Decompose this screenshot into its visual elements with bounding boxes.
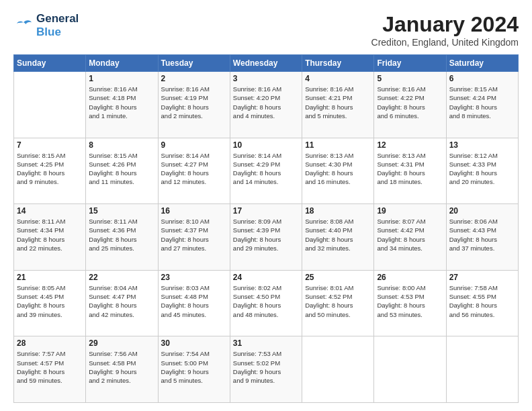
calendar-cell [14,72,86,138]
day-info: Sunrise: 8:07 AM Sunset: 4:42 PM Dayligh… [377,217,443,253]
calendar-cell: 20Sunrise: 8:06 AM Sunset: 4:43 PM Dayli… [446,204,518,271]
calendar-cell: 28Sunrise: 7:57 AM Sunset: 4:57 PM Dayli… [14,336,86,403]
day-number: 4 [305,74,371,83]
day-info: Sunrise: 8:15 AM Sunset: 4:25 PM Dayligh… [17,151,83,187]
day-info: Sunrise: 8:14 AM Sunset: 4:29 PM Dayligh… [233,151,299,187]
calendar-header-saturday: Saturday [446,55,518,72]
day-number: 8 [89,140,154,150]
calendar-cell: 2Sunrise: 8:16 AM Sunset: 4:19 PM Daylig… [158,72,230,138]
day-info: Sunrise: 8:16 AM Sunset: 4:20 PM Dayligh… [233,85,299,120]
day-number: 13 [449,140,515,150]
day-info: Sunrise: 8:03 AM Sunset: 4:48 PM Dayligh… [161,283,227,319]
subtitle: Crediton, England, United Kingdom [371,37,519,48]
day-number: 2 [161,74,227,83]
calendar-week-2: 7Sunrise: 8:15 AM Sunset: 4:25 PM Daylig… [14,138,519,204]
calendar-cell [374,336,446,403]
day-info: Sunrise: 7:57 AM Sunset: 4:57 PM Dayligh… [17,349,83,385]
calendar-cell: 25Sunrise: 8:01 AM Sunset: 4:52 PM Dayli… [302,270,374,336]
calendar-cell: 29Sunrise: 7:56 AM Sunset: 4:58 PM Dayli… [86,336,158,403]
calendar-cell: 16Sunrise: 8:10 AM Sunset: 4:37 PM Dayli… [158,204,230,271]
calendar-cell: 15Sunrise: 8:11 AM Sunset: 4:36 PM Dayli… [86,204,158,271]
calendar-cell: 5Sunrise: 8:16 AM Sunset: 4:22 PM Daylig… [374,72,446,138]
calendar-cell: 30Sunrise: 7:54 AM Sunset: 5:00 PM Dayli… [158,336,230,403]
day-number: 12 [377,140,443,150]
day-info: Sunrise: 8:05 AM Sunset: 4:45 PM Dayligh… [17,283,83,319]
day-info: Sunrise: 8:04 AM Sunset: 4:47 PM Dayligh… [89,283,154,319]
calendar-header-tuesday: Tuesday [158,55,230,72]
day-number: 1 [89,74,154,83]
page: General Blue January 2024 Crediton, Engl… [0,0,532,411]
calendar-header-sunday: Sunday [14,55,86,72]
calendar-cell: 27Sunrise: 7:58 AM Sunset: 4:55 PM Dayli… [446,270,518,336]
calendar-cell [446,336,518,403]
calendar-cell: 26Sunrise: 8:00 AM Sunset: 4:53 PM Dayli… [374,270,446,336]
day-info: Sunrise: 8:13 AM Sunset: 4:31 PM Dayligh… [377,151,443,187]
calendar-cell: 17Sunrise: 8:09 AM Sunset: 4:39 PM Dayli… [230,204,302,271]
day-number: 20 [449,206,515,216]
day-number: 19 [377,206,443,216]
day-info: Sunrise: 7:53 AM Sunset: 5:02 PM Dayligh… [233,349,299,385]
calendar-header-thursday: Thursday [302,55,374,72]
day-number: 14 [17,206,83,216]
calendar-week-4: 21Sunrise: 8:05 AM Sunset: 4:45 PM Dayli… [14,270,519,336]
logo-icon [13,19,34,32]
calendar-header-friday: Friday [374,55,446,72]
day-info: Sunrise: 8:15 AM Sunset: 4:24 PM Dayligh… [449,85,515,120]
day-info: Sunrise: 8:16 AM Sunset: 4:18 PM Dayligh… [89,85,154,120]
calendar-cell: 4Sunrise: 8:16 AM Sunset: 4:21 PM Daylig… [302,72,374,138]
calendar-cell: 21Sunrise: 8:05 AM Sunset: 4:45 PM Dayli… [14,270,86,336]
day-info: Sunrise: 7:58 AM Sunset: 4:55 PM Dayligh… [449,283,515,319]
calendar-table: SundayMondayTuesdayWednesdayThursdayFrid… [13,54,519,403]
calendar-cell: 31Sunrise: 7:53 AM Sunset: 5:02 PM Dayli… [230,336,302,403]
day-number: 3 [233,74,299,83]
day-info: Sunrise: 8:06 AM Sunset: 4:43 PM Dayligh… [449,217,515,253]
day-number: 9 [161,140,227,150]
calendar-cell: 11Sunrise: 8:13 AM Sunset: 4:30 PM Dayli… [302,138,374,204]
calendar-header-wednesday: Wednesday [230,55,302,72]
day-info: Sunrise: 7:54 AM Sunset: 5:00 PM Dayligh… [161,349,227,385]
day-info: Sunrise: 8:13 AM Sunset: 4:30 PM Dayligh… [305,151,371,187]
day-number: 21 [17,273,83,282]
day-number: 29 [89,338,154,348]
main-title: January 2024 [371,12,519,37]
day-info: Sunrise: 8:16 AM Sunset: 4:21 PM Dayligh… [305,85,371,120]
calendar-cell: 24Sunrise: 8:02 AM Sunset: 4:50 PM Dayli… [230,270,302,336]
day-number: 18 [305,206,371,216]
day-number: 7 [17,140,83,150]
calendar-cell: 18Sunrise: 8:08 AM Sunset: 4:40 PM Dayli… [302,204,374,271]
day-number: 22 [89,273,154,282]
day-number: 25 [305,273,371,282]
calendar-week-1: 1Sunrise: 8:16 AM Sunset: 4:18 PM Daylig… [14,72,519,138]
calendar-cell: 19Sunrise: 8:07 AM Sunset: 4:42 PM Dayli… [374,204,446,271]
calendar-header-monday: Monday [86,55,158,72]
calendar-cell: 8Sunrise: 8:15 AM Sunset: 4:26 PM Daylig… [86,138,158,204]
day-number: 31 [233,338,299,348]
day-info: Sunrise: 8:15 AM Sunset: 4:26 PM Dayligh… [89,151,154,187]
day-info: Sunrise: 8:01 AM Sunset: 4:52 PM Dayligh… [305,283,371,319]
day-info: Sunrise: 8:14 AM Sunset: 4:27 PM Dayligh… [161,151,227,187]
day-info: Sunrise: 7:56 AM Sunset: 4:58 PM Dayligh… [89,349,154,385]
day-info: Sunrise: 8:10 AM Sunset: 4:37 PM Dayligh… [161,217,227,253]
day-info: Sunrise: 8:11 AM Sunset: 4:36 PM Dayligh… [89,217,154,253]
calendar-cell: 10Sunrise: 8:14 AM Sunset: 4:29 PM Dayli… [230,138,302,204]
day-number: 30 [161,338,227,348]
calendar-cell: 14Sunrise: 8:11 AM Sunset: 4:34 PM Dayli… [14,204,86,271]
day-number: 11 [305,140,371,150]
day-info: Sunrise: 8:08 AM Sunset: 4:40 PM Dayligh… [305,217,371,253]
logo-text: General Blue [36,12,79,39]
day-number: 16 [161,206,227,216]
day-number: 17 [233,206,299,216]
header: General Blue January 2024 Crediton, Engl… [13,12,519,48]
calendar-week-3: 14Sunrise: 8:11 AM Sunset: 4:34 PM Dayli… [14,204,519,271]
calendar-cell: 1Sunrise: 8:16 AM Sunset: 4:18 PM Daylig… [86,72,158,138]
day-number: 23 [161,273,227,282]
day-info: Sunrise: 8:00 AM Sunset: 4:53 PM Dayligh… [377,283,443,319]
day-number: 24 [233,273,299,282]
day-info: Sunrise: 8:02 AM Sunset: 4:50 PM Dayligh… [233,283,299,319]
day-info: Sunrise: 8:09 AM Sunset: 4:39 PM Dayligh… [233,217,299,253]
calendar-cell: 7Sunrise: 8:15 AM Sunset: 4:25 PM Daylig… [14,138,86,204]
calendar-cell [302,336,374,403]
day-info: Sunrise: 8:11 AM Sunset: 4:34 PM Dayligh… [17,217,83,253]
calendar-cell: 3Sunrise: 8:16 AM Sunset: 4:20 PM Daylig… [230,72,302,138]
calendar-cell: 22Sunrise: 8:04 AM Sunset: 4:47 PM Dayli… [86,270,158,336]
